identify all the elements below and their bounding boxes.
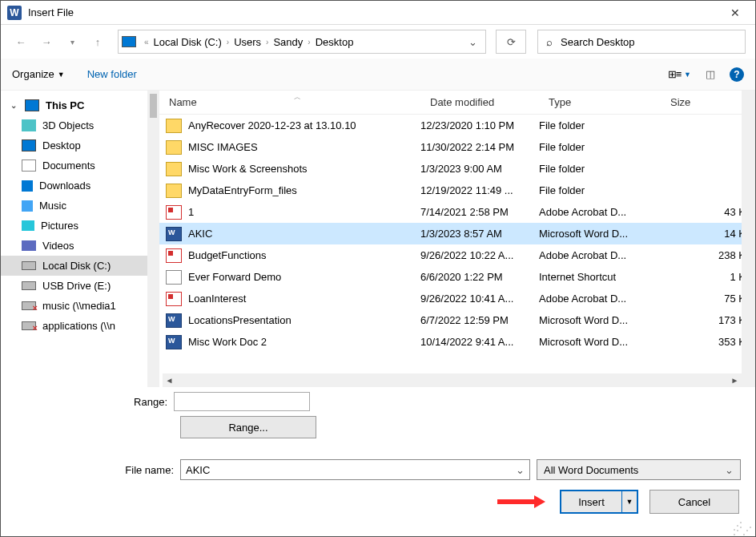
refresh-button[interactable]: ⟳ bbox=[496, 30, 526, 54]
recent-locations-button[interactable]: ▾ bbox=[62, 31, 82, 52]
up-button[interactable]: ↑ bbox=[87, 31, 108, 52]
sidebar-item-0[interactable]: ⌄This PC bbox=[1, 95, 159, 115]
filter-dropdown-icon[interactable]: ⌄ bbox=[725, 464, 734, 476]
col-date[interactable]: Date modified bbox=[420, 96, 539, 108]
breadcrumb-seg-3[interactable]: Desktop bbox=[314, 36, 356, 48]
drv-icon bbox=[22, 281, 36, 290]
filename-label: File name: bbox=[15, 464, 174, 476]
col-name[interactable]: Name bbox=[159, 96, 420, 108]
back-button[interactable]: ← bbox=[10, 31, 31, 52]
sidebar-item-9[interactable]: USB Drive (E:) bbox=[1, 276, 159, 296]
file-row[interactable]: Misc Work Doc 210/14/2022 9:41 A...Micro… bbox=[159, 331, 755, 353]
range-input[interactable] bbox=[174, 392, 310, 411]
sidebar-item-7[interactable]: Videos bbox=[1, 236, 159, 256]
file-date: 9/26/2022 10:22 A... bbox=[420, 249, 539, 261]
sidebar-scrollbar[interactable] bbox=[147, 91, 159, 387]
fold-icon bbox=[166, 184, 182, 198]
breadcrumb-seg-0[interactable]: Local Disk (C:) bbox=[152, 36, 223, 48]
doc-icon bbox=[166, 335, 182, 349]
sidebar-item-11[interactable]: applications (\\n bbox=[1, 316, 159, 336]
range-button[interactable]: Range... bbox=[180, 416, 316, 438]
file-name: MyDataEntryForm_files bbox=[182, 184, 420, 196]
insert-dropdown-icon[interactable]: ▼ bbox=[622, 491, 637, 512]
sidebar-item-label: This PC bbox=[46, 99, 84, 111]
file-row[interactable]: Ever Forward Demo6/6/2020 1:22 PMInterne… bbox=[159, 266, 755, 288]
file-row[interactable]: Misc Work & Screenshots1/3/2023 9:00 AMF… bbox=[159, 158, 755, 180]
sidebar-item-label: 3D Objects bbox=[42, 119, 94, 131]
filter-value: All Word Documents bbox=[544, 464, 638, 476]
file-type: File folder bbox=[539, 141, 661, 153]
sidebar-item-5[interactable]: Music bbox=[1, 196, 159, 216]
mon-icon bbox=[22, 139, 36, 151]
file-row[interactable]: 17/14/2021 2:58 PMAdobe Acrobat D...43 K bbox=[159, 201, 755, 223]
filename-dropdown-icon[interactable]: ⌄ bbox=[516, 464, 525, 476]
file-date: 7/14/2021 2:58 PM bbox=[420, 206, 539, 218]
sidebar-item-label: Downloads bbox=[39, 180, 90, 192]
sidebar-item-10[interactable]: music (\\media1 bbox=[1, 296, 159, 316]
file-row[interactable]: BudgetFunctions9/26/2022 10:22 A...Adobe… bbox=[159, 244, 755, 266]
view-options-button[interactable]: ⊞≡ ▼ bbox=[668, 68, 691, 80]
drvr-icon bbox=[22, 321, 36, 330]
vertical-scrollbar[interactable] bbox=[742, 91, 755, 387]
filetype-filter[interactable]: All Word Documents ⌄ bbox=[537, 459, 741, 480]
sidebar-item-1[interactable]: 3D Objects bbox=[1, 115, 159, 135]
sidebar-item-label: Videos bbox=[42, 240, 74, 252]
chevron-down-icon: ⌄ bbox=[10, 101, 17, 110]
col-type[interactable]: Type bbox=[539, 96, 661, 108]
file-date: 1/3/2023 8:57 AM bbox=[420, 228, 539, 240]
insert-button[interactable]: Insert ▼ bbox=[560, 490, 638, 514]
filename-combobox[interactable]: AKIC ⌄ bbox=[180, 459, 530, 480]
file-list: AnyRecover 2020-12-23 at 13.10.1012/23/2… bbox=[159, 115, 755, 373]
sidebar-item-label: Documents bbox=[42, 159, 95, 172]
cancel-button[interactable]: Cancel bbox=[649, 490, 739, 514]
sidebar-item-6[interactable]: Pictures bbox=[1, 216, 159, 236]
help-button[interactable]: ? bbox=[730, 67, 744, 82]
down-icon bbox=[22, 180, 33, 192]
file-row[interactable]: LocationsPresentation6/7/2022 12:59 PMMi… bbox=[159, 309, 755, 331]
forward-button[interactable]: → bbox=[36, 31, 57, 52]
file-row[interactable]: MISC IMAGES11/30/2022 2:14 PMFile folder bbox=[159, 136, 755, 158]
word-app-icon: W bbox=[7, 6, 22, 20]
address-bar[interactable]: « Local Disk (C:) › Users › Sandy › Desk… bbox=[118, 30, 486, 54]
file-date: 12/23/2020 1:10 PM bbox=[420, 119, 539, 131]
file-name: LoanInterest bbox=[182, 293, 420, 305]
breadcrumb-seg-2[interactable]: Sandy bbox=[271, 36, 304, 48]
breadcrumb-seg-1[interactable]: Users bbox=[232, 36, 263, 48]
file-row[interactable]: LoanInterest9/26/2022 10:41 A...Adobe Ac… bbox=[159, 288, 755, 309]
preview-pane-button[interactable]: ◫ bbox=[706, 68, 715, 80]
sidebar-item-label: Music bbox=[39, 200, 66, 212]
sidebar-item-label: Local Disk (C:) bbox=[42, 260, 111, 272]
file-name: AnyRecover 2020-12-23 at 13.10.10 bbox=[182, 119, 420, 131]
scroll-left-icon[interactable]: ◄ bbox=[163, 373, 176, 387]
sidebar-item-2[interactable]: Desktop bbox=[1, 135, 159, 155]
content-area: ⌄This PC3D ObjectsDesktopDocumentsDownlo… bbox=[1, 91, 755, 387]
titlebar: W Insert File ✕ bbox=[1, 1, 755, 25]
file-row[interactable]: AKIC1/3/2023 8:57 AMMicrosoft Word D...1… bbox=[159, 223, 755, 244]
mus-icon bbox=[22, 200, 33, 212]
file-type: Adobe Acrobat D... bbox=[539, 293, 661, 305]
drv-icon bbox=[22, 261, 36, 270]
resize-grip[interactable]: ⋰⋰⋰ bbox=[733, 523, 752, 533]
sidebar-item-4[interactable]: Downloads bbox=[1, 176, 159, 196]
close-button[interactable]: ✕ bbox=[717, 1, 754, 25]
search-icon: ⌕ bbox=[546, 36, 553, 48]
filename-value: AKIC bbox=[186, 464, 210, 476]
new-folder-button[interactable]: New folder bbox=[87, 68, 137, 80]
sidebar-item-3[interactable]: Documents bbox=[1, 155, 159, 176]
organize-button[interactable]: Organize▼ bbox=[12, 68, 65, 80]
file-row[interactable]: AnyRecover 2020-12-23 at 13.10.1012/23/2… bbox=[159, 115, 755, 136]
fold-icon bbox=[166, 140, 182, 155]
file-row[interactable]: MyDataEntryForm_files12/19/2022 11:49 ..… bbox=[159, 180, 755, 201]
search-box[interactable]: ⌕ Search Desktop bbox=[537, 30, 746, 54]
file-name: AKIC bbox=[182, 228, 420, 240]
file-name: Ever Forward Demo bbox=[182, 271, 420, 283]
range-label: Range: bbox=[15, 396, 174, 408]
sidebar-item-label: music (\\media1 bbox=[42, 300, 116, 312]
sidebar-item-8[interactable]: Local Disk (C:) bbox=[1, 256, 159, 276]
scroll-right-icon[interactable]: ► bbox=[728, 373, 742, 387]
horizontal-scrollbar[interactable]: ◄ ► bbox=[163, 373, 742, 387]
sidebar-item-label: applications (\\n bbox=[42, 320, 115, 332]
sidebar: ⌄This PC3D ObjectsDesktopDocumentsDownlo… bbox=[1, 91, 159, 387]
breadcrumb-sep: « bbox=[141, 38, 152, 46]
address-dropdown-icon[interactable]: ⌄ bbox=[464, 36, 482, 48]
